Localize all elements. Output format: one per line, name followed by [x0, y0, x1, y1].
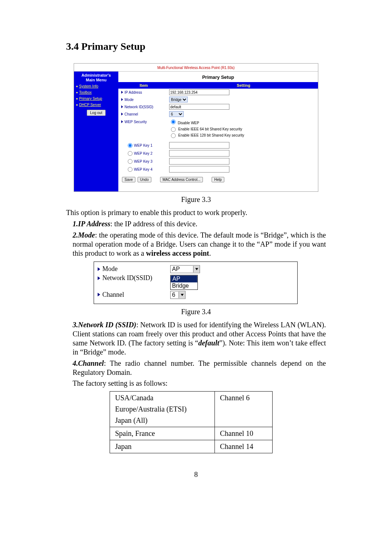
- wep-option-128: Enable IEEE 128 bit Shared Key security: [118, 132, 318, 138]
- figure-3-3-caption: Figure 3.3: [66, 195, 326, 204]
- item-3: 3.Network ID (SSID): Network ID is used …: [66, 320, 326, 357]
- help-button[interactable]: Help: [212, 177, 224, 182]
- chevron-down-icon: [179, 292, 185, 298]
- mode-select[interactable]: AP: [170, 265, 200, 273]
- triangle-icon: [121, 113, 123, 116]
- sidebar-title: Administrator's Main Menu: [76, 73, 116, 82]
- figure-3-4-box: Mode AP Network ID(SSID) AP Bridge Chann…: [94, 262, 298, 304]
- channel-cell: Channel 6: [215, 391, 273, 427]
- triangle-icon: [121, 105, 123, 108]
- row-wep-key-4: WEP Key 4: [118, 165, 318, 173]
- channel-label: Channel: [102, 291, 124, 299]
- ssid-label: Network ID(SSID): [102, 274, 152, 282]
- row-ssid: Network ID(SSID): [118, 103, 318, 110]
- channel-select[interactable]: 6: [169, 111, 184, 117]
- chevron-down-icon: [193, 266, 200, 272]
- logout-button[interactable]: Log out: [87, 110, 105, 116]
- triangle-icon: [121, 120, 123, 123]
- channel-cell: Channel 14: [215, 440, 273, 453]
- wep-key-2-radio[interactable]: [128, 151, 132, 156]
- main-panel: Primary Setup Item Setting IP Address Mo…: [118, 72, 318, 191]
- channel-select[interactable]: 6: [170, 291, 185, 299]
- table-row: USA/Canada Europe/Australia (ETSI) Japan…: [110, 391, 273, 427]
- mac-address-control-button[interactable]: MAC Address Control...: [160, 177, 203, 182]
- bullet-icon: [76, 86, 78, 87]
- figure-3-3-screenshot: Multi-Functional Wireless Access Point (…: [74, 63, 318, 192]
- triangle-icon: [121, 91, 123, 94]
- intro-paragraph: This option is primary to enable this pr…: [66, 208, 326, 217]
- item-2: 2.Mode: the operating mode of this devic…: [66, 231, 326, 258]
- admin-sidebar: Administrator's Main Menu System Info To…: [74, 72, 118, 191]
- ssid-input[interactable]: [169, 104, 229, 110]
- figure-3-4-caption: Figure 3.4: [66, 308, 326, 316]
- row-wep-key-3: WEP Key 3: [118, 157, 318, 165]
- table-header: Item Setting: [118, 82, 318, 89]
- sidebar-item-toolbox[interactable]: Toolbox: [76, 90, 116, 94]
- row-mode: Mode Bridge: [118, 96, 318, 103]
- wep-key-2-input[interactable]: [169, 150, 229, 157]
- row-channel: Channel 6: [118, 110, 318, 118]
- channel-cell: Channel 10: [215, 427, 273, 440]
- wep-128-radio[interactable]: [171, 133, 176, 138]
- triangle-icon: [121, 98, 123, 101]
- bullet-icon: [76, 104, 78, 106]
- bullet-icon: [76, 92, 78, 93]
- row-wep: WEP Security Disable WEP: [118, 118, 318, 126]
- mode-dropdown-open[interactable]: AP Bridge: [170, 275, 198, 290]
- sidebar-item-system-info[interactable]: System Info: [76, 84, 116, 88]
- mode-option-ap[interactable]: AP: [171, 275, 197, 283]
- wep-key-1-input[interactable]: [169, 142, 229, 149]
- mode-option-bridge[interactable]: Bridge: [171, 283, 197, 289]
- save-button[interactable]: Save: [122, 177, 135, 182]
- row-wep-key-2: WEP Key 2: [118, 149, 318, 157]
- device-banner: Multi-Functional Wireless Access Point (…: [74, 64, 318, 72]
- item-1: 1.IP Address: the IP address of this dev…: [66, 219, 326, 228]
- wep-key-3-input[interactable]: [169, 158, 229, 165]
- table-row: Japan Channel 14: [110, 440, 273, 453]
- sidebar-item-primary-setup[interactable]: Primary Setup: [76, 97, 116, 101]
- region-cell: Japan: [110, 440, 215, 453]
- panel-title: Primary Setup: [118, 72, 318, 82]
- wep-64-radio[interactable]: [171, 127, 176, 132]
- header-setting: Setting: [169, 82, 318, 89]
- section-heading: 3.4 Primary Setup: [66, 41, 326, 52]
- sidebar-item-dhcp-server[interactable]: DHCP Server: [76, 103, 116, 107]
- page-number: 8: [66, 470, 326, 479]
- wep-key-4-radio[interactable]: [128, 167, 132, 172]
- region-cell: USA/Canada Europe/Australia (ETSI) Japan…: [110, 391, 215, 427]
- bullet-icon: [76, 98, 78, 100]
- table-row: Spain, France Channel 10: [110, 427, 273, 440]
- channel-table: USA/Canada Europe/Australia (ETSI) Japan…: [110, 391, 273, 453]
- wep-key-1-radio[interactable]: [128, 143, 132, 148]
- mode-select[interactable]: Bridge: [169, 97, 188, 102]
- row-ip-address: IP Address: [118, 89, 318, 96]
- triangle-icon: [98, 276, 100, 280]
- wep-key-4-input[interactable]: [169, 166, 229, 173]
- region-cell: Spain, France: [110, 427, 215, 440]
- triangle-icon: [98, 267, 100, 271]
- wep-disable-radio[interactable]: [171, 119, 176, 124]
- button-bar: Save Undo MAC Address Control... Help: [118, 173, 318, 182]
- wep-key-3-radio[interactable]: [128, 159, 132, 164]
- mode-label: Mode: [102, 265, 118, 273]
- item-4-followup: The factory setting is as follows:: [66, 379, 326, 388]
- wep-option-64: Enable IEEE 64 bit Shared Key security: [118, 126, 318, 132]
- ip-address-input[interactable]: [169, 89, 229, 95]
- item-4: 4.Channel: The radio channel number. The…: [66, 359, 326, 377]
- row-wep-key-1: WEP Key 1: [118, 141, 318, 149]
- undo-button[interactable]: Undo: [138, 177, 151, 182]
- triangle-icon: [98, 293, 100, 296]
- header-item: Item: [118, 82, 169, 89]
